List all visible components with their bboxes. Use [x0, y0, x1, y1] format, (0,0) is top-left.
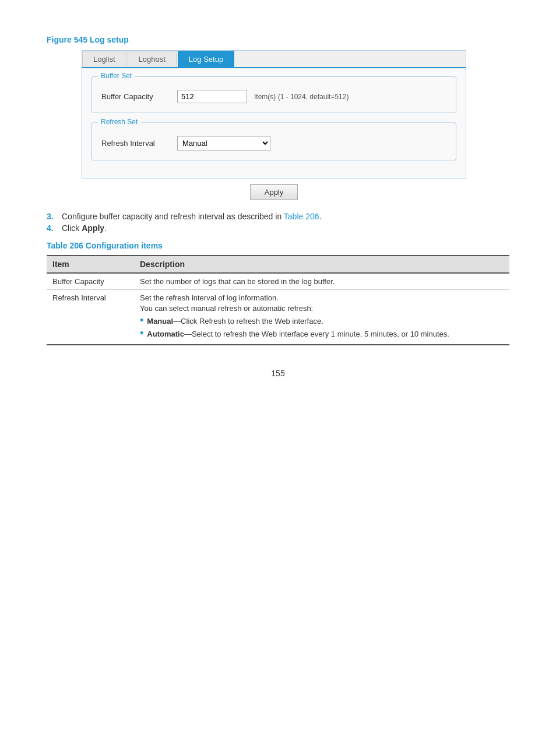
table-title: Table 206 Configuration items	[47, 241, 509, 250]
buffer-capacity-input[interactable]	[177, 90, 247, 103]
desc-line-2: You can select manual refresh or automat…	[140, 304, 504, 313]
apply-row: Apply	[82, 184, 466, 200]
panel-body: Buffer Set Buffer Capacity Item(s) (1 - …	[82, 68, 466, 178]
col-description: Description	[134, 256, 509, 273]
bullet-manual: • Manual—Click Refresh to refresh the We…	[140, 315, 504, 326]
table-row: Buffer Capacity Set the number of logs t…	[47, 273, 509, 290]
step-4-num: 4.	[47, 223, 59, 233]
refresh-set-legend: Refresh Set	[98, 118, 140, 126]
refresh-interval-label: Refresh Interval	[101, 139, 177, 148]
figure-title: Figure 545 Log setup	[47, 35, 509, 44]
step-4-text: Click Apply.	[62, 223, 107, 233]
bullet-dot-2: •	[140, 328, 143, 338]
row-buffer-capacity-item: Buffer Capacity	[47, 273, 134, 290]
step-3: 3. Configure buffer capacity and refresh…	[47, 212, 509, 221]
buffer-capacity-row: Buffer Capacity Item(s) (1 - 1024, defau…	[101, 90, 446, 103]
buffer-capacity-hint: Item(s) (1 - 1024, default=512)	[254, 93, 349, 101]
buffer-set-legend: Buffer Set	[98, 72, 135, 80]
row-refresh-interval-desc: Set the refresh interval of log informat…	[134, 290, 509, 345]
page-number: 155	[47, 369, 509, 378]
row-buffer-capacity-desc: Set the number of logs that can be store…	[134, 273, 509, 290]
bullet-manual-text: Manual—Click Refresh to refresh the Web …	[147, 317, 323, 326]
bullet-automatic: • Automatic—Select to refresh the Web in…	[140, 328, 504, 338]
table-row: Refresh Interval Set the refresh interva…	[47, 290, 509, 345]
step-3-num: 3.	[47, 212, 59, 221]
step-3-text: Configure buffer capacity and refresh in…	[62, 212, 321, 221]
tab-log-setup[interactable]: Log Setup	[178, 51, 234, 67]
tab-bar: Loglist Loghost Log Setup	[82, 51, 466, 68]
bullet-list: • Manual—Click Refresh to refresh the We…	[140, 315, 504, 338]
table-206-link[interactable]: Table 206	[284, 212, 319, 221]
config-table: Item Description Buffer Capacity Set the…	[47, 255, 509, 345]
buffer-set-section: Buffer Set Buffer Capacity Item(s) (1 - …	[92, 76, 456, 113]
bullet-dot-1: •	[140, 315, 143, 326]
refresh-set-section: Refresh Set Refresh Interval Manual 1 mi…	[92, 123, 456, 160]
bullet-automatic-text: Automatic—Select to refresh the Web inte…	[147, 330, 449, 338]
log-setup-panel: Loglist Loghost Log Setup Buffer Set Buf…	[82, 50, 466, 178]
tab-loghost[interactable]: Loghost	[128, 51, 177, 67]
row-refresh-interval-item: Refresh Interval	[47, 290, 134, 345]
desc-line-1: Set the refresh interval of log informat…	[140, 293, 504, 302]
tab-loglist[interactable]: Loglist	[82, 51, 126, 67]
buffer-capacity-label: Buffer Capacity	[101, 92, 177, 101]
refresh-interval-row: Refresh Interval Manual 1 minute 5 minut…	[101, 136, 446, 150]
table-header-row: Item Description	[47, 256, 509, 273]
col-item: Item	[47, 256, 134, 273]
refresh-interval-select[interactable]: Manual 1 minute 5 minutes 10 minutes	[177, 136, 270, 150]
step-4: 4. Click Apply.	[47, 223, 509, 233]
apply-button[interactable]: Apply	[250, 184, 298, 200]
